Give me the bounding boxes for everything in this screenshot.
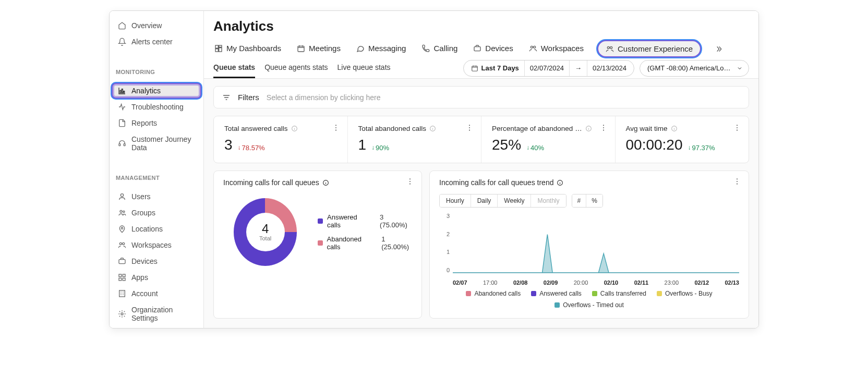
sub-tab-queue-agents-stats[interactable]: Queue agents stats xyxy=(264,58,328,78)
sidebar-management: Users Groups Locations Workspaces Device… xyxy=(110,185,203,328)
sidebar-item-apps[interactable]: Apps xyxy=(112,270,201,285)
people-icon xyxy=(606,45,614,53)
kebab-icon[interactable] xyxy=(332,124,340,132)
legend-label: Abandoned calls xyxy=(327,235,373,251)
swatch-icon xyxy=(531,291,536,296)
info-icon[interactable] xyxy=(291,125,298,132)
svg-point-40 xyxy=(602,130,604,131)
y-axis: 3 2 1 0 xyxy=(439,213,450,273)
unit-toggle: # % xyxy=(572,194,603,208)
sidebar-item-troubleshooting[interactable]: Troubleshooting xyxy=(112,99,201,115)
info-icon[interactable] xyxy=(671,125,678,132)
tab-meetings[interactable]: Meetings xyxy=(296,40,342,58)
timezone-select[interactable]: (GMT -08:00) America/Los … xyxy=(640,60,749,77)
svg-point-32 xyxy=(335,130,336,131)
sub-tab-live-queue-stats[interactable]: Live queue stats xyxy=(337,58,391,78)
x-tick: 02/11 xyxy=(634,279,649,286)
kpi-row: Total answered calls 3 ↓78.57% Total aba… xyxy=(213,116,749,163)
sidebar-item-customer-journey[interactable]: Customer Journey Data xyxy=(112,131,201,155)
sidebar-item-reports[interactable]: Reports xyxy=(112,115,201,131)
kpi-delta: ↓90% xyxy=(371,144,389,152)
sidebar-item-overview[interactable]: Overview xyxy=(112,18,201,33)
sidebar-item-organization-settings[interactable]: Organization Settings xyxy=(112,302,201,326)
kebab-icon[interactable] xyxy=(406,177,414,186)
svg-rect-23 xyxy=(474,46,480,51)
donut-total-value: 4 xyxy=(259,223,271,235)
x-tick: 02/13 xyxy=(725,279,739,286)
sidebar-item-workspaces[interactable]: Workspaces xyxy=(112,237,201,253)
arrow-down-icon: ↓ xyxy=(526,144,529,151)
card-incoming-calls-donut: Incoming calls for call queues 4 Total xyxy=(213,171,422,319)
sidebar-item-devices[interactable]: Devices xyxy=(112,253,201,269)
legend-item: Calls transferred xyxy=(592,290,646,297)
tab-devices[interactable]: Devices xyxy=(472,40,514,58)
sidebar-item-account[interactable]: Account xyxy=(112,286,201,301)
kpi-value: 3 xyxy=(224,137,233,153)
info-icon[interactable] xyxy=(557,179,563,186)
seg-percent[interactable]: % xyxy=(586,194,602,207)
tab-calling[interactable]: Calling xyxy=(420,40,459,58)
kebab-icon[interactable] xyxy=(599,124,608,132)
sub-tabs: Queue stats Queue agents stats Live queu… xyxy=(213,58,391,78)
info-icon[interactable] xyxy=(585,125,592,132)
sidebar-item-label: Locations xyxy=(131,225,163,233)
arrow-right-icon: → xyxy=(575,64,582,72)
kpi-title: Total abandoned calls xyxy=(358,125,427,132)
users-icon xyxy=(118,209,126,217)
sidebar-item-label: Analytics xyxy=(131,87,161,95)
info-icon[interactable] xyxy=(322,179,329,186)
briefcase-icon xyxy=(118,257,126,265)
tab-workspaces[interactable]: Workspaces xyxy=(528,40,585,58)
sidebar-item-users[interactable]: Users xyxy=(112,189,201,204)
svg-point-51 xyxy=(737,181,738,182)
svg-point-52 xyxy=(737,184,738,185)
filters-bar[interactable]: Filters Select a dimension by clicking h… xyxy=(213,86,749,108)
y-tick: 0 xyxy=(439,267,450,273)
tab-label: Messaging xyxy=(368,44,406,53)
svg-rect-0 xyxy=(120,90,121,93)
arrow-down-icon: ↓ xyxy=(238,144,241,151)
tab-messaging[interactable]: Messaging xyxy=(355,40,407,58)
tabs-overflow-icon[interactable] xyxy=(715,45,723,53)
swatch-icon xyxy=(554,302,560,308)
kebab-icon[interactable] xyxy=(733,124,741,132)
chat-icon xyxy=(356,44,365,53)
sidebar-item-alerts-center[interactable]: Alerts center xyxy=(112,34,201,50)
kpi-delta: ↓78.57% xyxy=(238,144,265,152)
x-tick: 02/08 xyxy=(513,279,528,286)
people-icon xyxy=(118,241,126,249)
svg-rect-21 xyxy=(215,48,218,51)
kebab-icon[interactable] xyxy=(465,124,474,132)
seg-daily[interactable]: Daily xyxy=(471,194,498,207)
svg-rect-11 xyxy=(119,260,125,264)
info-icon[interactable] xyxy=(429,125,436,132)
tab-my-dashboards[interactable]: My Dashboards xyxy=(213,40,282,58)
seg-hourly[interactable]: Hourly xyxy=(440,194,471,207)
kpi-avg-wait-time: Avg wait time 00:00:20 ↓97.37% xyxy=(616,116,749,163)
svg-rect-1 xyxy=(122,89,123,93)
svg-rect-2 xyxy=(124,91,125,93)
trend-legend: Abandoned calls Answered calls Calls tra… xyxy=(439,290,739,309)
cards-row: Incoming calls for call queues 4 Total xyxy=(213,171,749,319)
tab-label: My Dashboards xyxy=(226,44,281,53)
sub-tab-queue-stats[interactable]: Queue stats xyxy=(213,58,255,78)
svg-rect-22 xyxy=(298,46,304,52)
sidebar-item-analytics[interactable]: Analytics xyxy=(112,83,201,99)
svg-point-6 xyxy=(120,210,122,212)
svg-point-17 xyxy=(121,313,123,315)
timezone-value: (GMT -08:00) America/Los … xyxy=(647,64,731,72)
user-icon xyxy=(118,192,126,201)
tab-label: Devices xyxy=(485,44,513,53)
svg-point-27 xyxy=(610,46,612,48)
seg-weekly[interactable]: Weekly xyxy=(498,194,531,207)
kpi-total-abandoned-calls: Total abandoned calls 1 ↓90% xyxy=(348,116,482,163)
tab-label: Workspaces xyxy=(541,44,584,53)
sidebar-item-locations[interactable]: Locations xyxy=(112,221,201,237)
sidebar-item-groups[interactable]: Groups xyxy=(112,205,201,221)
seg-count[interactable]: # xyxy=(572,194,587,207)
tab-customer-experience[interactable]: Customer Experience xyxy=(598,41,700,56)
kebab-icon[interactable] xyxy=(733,177,741,186)
date-range-picker[interactable]: Last 7 Days 02/07/2024 → 02/13/2024 xyxy=(463,60,634,77)
svg-rect-16 xyxy=(119,290,125,297)
legend-label: Overflows - Busy xyxy=(665,290,713,297)
